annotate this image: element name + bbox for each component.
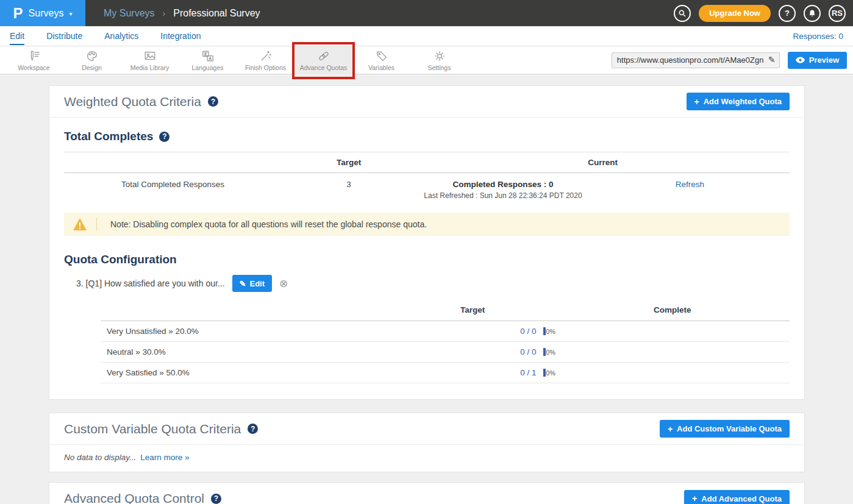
toolbar-item-advance-quotas[interactable]: Advance Quotas bbox=[294, 46, 352, 74]
note-text: Note: Disabling complex quota for all qu… bbox=[97, 219, 427, 229]
weighted-quota-help-icon[interactable]: ? bbox=[208, 96, 218, 107]
custom-variable-quota-help-icon[interactable]: ? bbox=[248, 424, 258, 434]
quota-table-header: Target Complete bbox=[101, 299, 790, 321]
toolbar-item-label: Media Library bbox=[130, 64, 170, 71]
add-custom-variable-quota-button[interactable]: + Add Custom Variable Quota bbox=[660, 420, 790, 438]
custom-variable-quota-card: Custom Variable Quota Criteria ? + Add C… bbox=[49, 413, 805, 472]
quota-count-link[interactable]: 0 / 1 bbox=[520, 368, 536, 377]
add-custom-variable-quota-label: Add Custom Variable Quota bbox=[677, 424, 782, 433]
plus-icon: + bbox=[692, 494, 697, 503]
add-advanced-quota-label: Add Advanced Quota bbox=[701, 494, 782, 503]
weighted-quota-title-row: Weighted Quota Criteria ? bbox=[64, 94, 218, 109]
quota-page: Weighted Quota Criteria ? + Add Weighted… bbox=[0, 74, 853, 504]
weighted-quota-card: Weighted Quota Criteria ? + Add Weighted… bbox=[49, 85, 805, 400]
tag-icon bbox=[375, 49, 388, 63]
last-refreshed-timestamp: Last Refreshed : Sun Jun 28 22:36:24 PDT… bbox=[416, 191, 590, 200]
custom-variable-quota-title-row: Custom Variable Quota Criteria ? bbox=[64, 422, 258, 436]
notifications-button[interactable] bbox=[804, 5, 821, 22]
edit-pencil-icon: ✎ bbox=[240, 279, 246, 288]
search-icon bbox=[678, 9, 687, 18]
eye-icon bbox=[796, 57, 805, 63]
toolbar-item-languages[interactable]: Languages bbox=[179, 46, 237, 74]
advanced-quota-title: Advanced Quota Control bbox=[64, 491, 204, 504]
advanced-quota-header: Advanced Quota Control ? + Add Advanced … bbox=[49, 483, 804, 504]
edit-toolbar: Workspace Design Media Library Languages… bbox=[0, 46, 853, 74]
toolbar-item-design[interactable]: Design bbox=[63, 46, 121, 74]
image-icon bbox=[143, 49, 157, 63]
target-value: 3 bbox=[282, 180, 416, 189]
tab-distribute[interactable]: Distribute bbox=[46, 27, 82, 45]
breadcrumb: My Surveys › Professional Survey bbox=[104, 8, 260, 19]
toolbar-item-label: Languages bbox=[192, 64, 224, 71]
breadcrumb-my-surveys[interactable]: My Surveys bbox=[104, 8, 155, 19]
total-completes-title-row: Total Completes ? bbox=[64, 130, 790, 143]
total-completes-table-header: Target Current bbox=[64, 152, 790, 173]
chevron-down-icon: ▾ bbox=[69, 10, 72, 17]
toolbar-item-settings[interactable]: Settings bbox=[410, 46, 468, 74]
chain-links-icon bbox=[317, 49, 330, 63]
survey-url-area: ✎ Preview bbox=[612, 52, 848, 69]
column-header-target: Target bbox=[390, 305, 555, 314]
search-button[interactable] bbox=[674, 5, 691, 22]
column-header-target: Target bbox=[282, 158, 416, 167]
advanced-quota-card: Advanced Quota Control ? + Add Advanced … bbox=[49, 482, 805, 504]
toolbar-item-label: Workspace bbox=[18, 64, 49, 71]
help-button[interactable]: ? bbox=[779, 5, 796, 22]
warning-triangle-icon bbox=[73, 218, 87, 231]
quota-question-row: 3. [Q1] How satisfied are you with our..… bbox=[64, 275, 790, 292]
plus-icon: + bbox=[694, 97, 699, 107]
avatar[interactable]: RS bbox=[829, 5, 846, 22]
toolbar-item-label: Variables bbox=[368, 64, 394, 71]
empty-header-cell bbox=[64, 158, 282, 167]
quota-percent: 0% bbox=[546, 328, 555, 335]
quota-question-text: 3. [Q1] How satisfied are you with our..… bbox=[76, 279, 225, 288]
quota-progress-bar bbox=[543, 369, 546, 377]
quota-progress-bar bbox=[543, 327, 546, 335]
refresh-link[interactable]: Refresh bbox=[676, 180, 704, 189]
avatar-initials: RS bbox=[832, 9, 843, 18]
edit-url-pencil-icon[interactable]: ✎ bbox=[768, 55, 776, 65]
breadcrumb-current-survey: Professional Survey bbox=[173, 8, 260, 19]
tab-integration[interactable]: Integration bbox=[160, 27, 201, 45]
toolbar-item-finish-options[interactable]: Finish Options bbox=[237, 46, 294, 74]
tab-edit[interactable]: Edit bbox=[10, 27, 24, 45]
quota-warning-note: Note: Disabling complex quota for all qu… bbox=[64, 213, 790, 236]
edit-question-quota-button[interactable]: ✎ Edit bbox=[232, 275, 272, 292]
add-weighted-quota-label: Add Weighted Quota bbox=[704, 97, 782, 106]
toolbar-item-variables[interactable]: Variables bbox=[352, 46, 410, 74]
quota-count-link[interactable]: 0 / 0 bbox=[520, 347, 536, 357]
toolbar-item-label: Settings bbox=[428, 64, 451, 71]
add-weighted-quota-button[interactable]: + Add Weighted Quota bbox=[687, 93, 790, 110]
surveys-product-menu[interactable]: P Surveys ▾ bbox=[0, 0, 85, 26]
quota-progress: 0% bbox=[543, 327, 555, 335]
remove-quota-icon[interactable]: ⊗ bbox=[279, 279, 288, 289]
survey-url-input[interactable] bbox=[612, 52, 780, 68]
quota-progress-bar bbox=[543, 348, 546, 356]
total-completes-help-icon[interactable]: ? bbox=[159, 132, 170, 142]
upgrade-now-button[interactable]: Upgrade Now bbox=[699, 5, 771, 22]
product-menu-label: Surveys bbox=[29, 8, 64, 19]
topbar-actions: Upgrade Now ? RS bbox=[674, 5, 853, 22]
toolbar-item-workspace[interactable]: Workspace bbox=[5, 46, 63, 74]
empty-state-row: No data to display... Learn more » bbox=[49, 445, 804, 472]
palette-icon bbox=[85, 49, 99, 63]
tab-analytics[interactable]: Analytics bbox=[104, 27, 138, 45]
preview-button[interactable]: Preview bbox=[788, 52, 847, 69]
topbar: P Surveys ▾ My Surveys › Professional Su… bbox=[0, 0, 853, 26]
learn-more-link[interactable]: Learn more » bbox=[140, 453, 189, 462]
translate-icon bbox=[201, 49, 215, 63]
quota-configuration-title: Quota Configuration bbox=[64, 253, 790, 266]
custom-variable-quota-header: Custom Variable Quota Criteria ? + Add C… bbox=[49, 413, 804, 445]
custom-variable-quota-title: Custom Variable Quota Criteria bbox=[64, 422, 241, 436]
advanced-quota-title-row: Advanced Quota Control ? bbox=[64, 491, 221, 504]
empty-header-cell bbox=[101, 305, 390, 314]
quota-count-link[interactable]: 0 / 0 bbox=[520, 327, 536, 336]
add-advanced-quota-button[interactable]: + Add Advanced Quota bbox=[684, 490, 790, 504]
toolbar-item-media-library[interactable]: Media Library bbox=[121, 46, 179, 74]
weighted-quota-body: Total Completes ? Target Current Total C… bbox=[49, 118, 804, 399]
magic-wand-icon bbox=[259, 49, 273, 63]
quota-percent: 0% bbox=[546, 369, 555, 377]
total-completes-title: Total Completes bbox=[64, 130, 153, 143]
advanced-quota-help-icon[interactable]: ? bbox=[211, 494, 221, 504]
table-row: Neutral » 30.0% 0 / 0 0% bbox=[101, 342, 790, 363]
